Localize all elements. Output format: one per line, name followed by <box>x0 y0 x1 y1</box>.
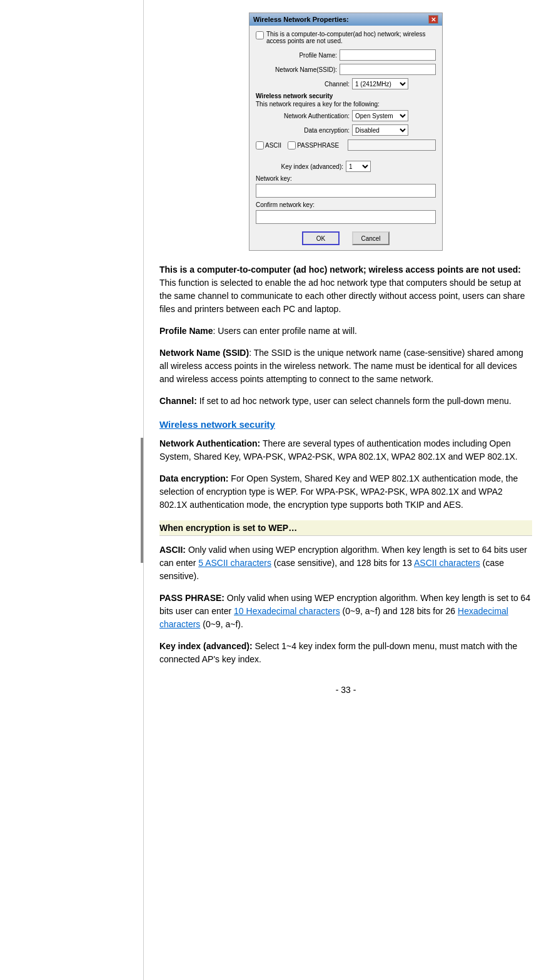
network-name-input[interactable] <box>340 64 436 75</box>
ascii-passphrase-group: ASCII PASSPHRASE <box>256 139 436 151</box>
cancel-button[interactable]: Cancel <box>352 231 390 245</box>
passphrase-label: PASSPHRASE <box>288 141 339 149</box>
ok-button[interactable]: OK <box>302 231 340 245</box>
wireless-security-heading-text: Wireless network security <box>159 419 275 430</box>
data-encryption-bold: Data encryption: <box>159 473 228 483</box>
wep-highlight-box: When encryption is set to WEP… <box>159 520 532 536</box>
profile-name-label: Profile Name: <box>256 52 337 59</box>
key-index-paragraph: Key index (advanced): Select 1~4 key ind… <box>159 640 532 666</box>
adhoc-label: This is a computer-to-computer(ad hoc) n… <box>266 31 436 44</box>
page-number: - 33 - <box>336 685 356 695</box>
channel-label: Channel: <box>256 81 350 88</box>
ascii-label: ASCII <box>256 141 281 149</box>
wep-highlight-text: When encryption is set to WEP… <box>159 523 297 533</box>
adhoc-bold-term: This is a computer-to-computer (ad hoc) … <box>159 265 521 275</box>
passphrase-paragraph: PASS PHRASE: Only valid when using WEP e… <box>159 592 532 631</box>
dialog-titlebar: Wireless Network Properties: ✕ <box>249 13 442 26</box>
network-name-label: Network Name(SSID): <box>256 66 337 73</box>
ascii-rest2: (case sensitive), and 128 bits for 13 <box>271 558 414 568</box>
data-encryption-paragraph: Data encryption: For Open System, Shared… <box>159 472 532 512</box>
key-index-label: Key index (advanced): <box>256 163 343 170</box>
left-border-mark <box>141 438 143 563</box>
channel-row: Channel: 1 (2412MHz) <box>256 78 436 89</box>
confirm-key-input[interactable] <box>256 210 436 224</box>
key-index-row: Key index (advanced): 1 <box>256 161 436 172</box>
left-sidebar <box>0 0 144 980</box>
profile-rest: : Users can enter profile name at will. <box>213 326 357 336</box>
passphrase-input[interactable] <box>348 139 436 151</box>
network-name-row: Network Name(SSID): <box>256 64 436 75</box>
network-requires-label: This network requires a key for the foll… <box>256 101 436 108</box>
passphrase-checkbox[interactable] <box>288 141 296 149</box>
channel-select[interactable]: 1 (2412MHz) <box>352 78 408 89</box>
wireless-security-label: Wireless network security <box>256 93 436 99</box>
confirm-key-label: Confirm network key: <box>256 201 436 208</box>
ascii-paragraph: ASCII: Only valid when using WEP encrypt… <box>159 543 532 583</box>
data-encryption-select[interactable]: Disabled <box>352 124 408 136</box>
adhoc-rest: This function is selected to enable the … <box>159 278 525 314</box>
profile-name-input[interactable] <box>340 49 436 61</box>
profile-bold-term: Profile Name <box>159 326 213 336</box>
data-encryption-label: Data encryption: <box>256 127 350 134</box>
network-auth-label: Network Authentication: <box>256 113 350 119</box>
dialog-title: Wireless Network Properties: <box>253 16 349 23</box>
text-content: This is a computer-to-computer (ad hoc) … <box>156 263 535 666</box>
key-index-select[interactable]: 1 <box>346 161 371 172</box>
adhoc-paragraph: This is a computer-to-computer (ad hoc) … <box>159 263 532 316</box>
page-footer: - 33 - <box>156 685 535 695</box>
channel-paragraph: Channel: If set to ad hoc network type, … <box>159 395 532 408</box>
network-name-bold-term: Network Name (SSID) <box>159 348 249 358</box>
ascii-checkbox[interactable] <box>256 141 264 149</box>
channel-bold-term: Channel: <box>159 396 197 406</box>
ascii-bold: ASCII: <box>159 545 186 555</box>
passphrase-bold: PASS PHRASE: <box>159 593 224 603</box>
ascii-link1[interactable]: 5 ASCII characters <box>198 558 271 568</box>
key-index-bold: Key index (advanced): <box>159 641 253 651</box>
dialog-screenshot: Wireless Network Properties: ✕ This is a… <box>249 13 443 251</box>
network-key-input[interactable] <box>256 184 436 198</box>
ascii-link2[interactable]: ASCII characters <box>414 558 480 568</box>
network-key-label: Network key: <box>256 175 436 182</box>
passphrase-link1[interactable]: 10 Hexadecimal characters <box>234 606 340 616</box>
passphrase-rest2: (0~9, a~f) and 128 bits for 26 <box>340 606 458 616</box>
dialog-close-button[interactable]: ✕ <box>428 15 438 24</box>
profile-paragraph: Profile Name: Users can enter profile na… <box>159 325 532 338</box>
data-encryption-row: Data encryption: Disabled <box>256 124 436 136</box>
network-name-paragraph: Network Name (SSID): The SSID is the uni… <box>159 346 532 386</box>
network-auth-row: Network Authentication: Open System <box>256 110 436 121</box>
passphrase-rest3: (0~9, a~f). <box>200 619 243 629</box>
adhoc-checkbox-row: This is a computer-to-computer(ad hoc) n… <box>256 31 436 44</box>
channel-rest: If set to ad hoc network type, user can … <box>197 396 511 406</box>
network-auth-select[interactable]: Open System <box>352 110 408 121</box>
adhoc-checkbox[interactable] <box>256 31 264 39</box>
page-container: Wireless Network Properties: ✕ This is a… <box>0 0 554 980</box>
profile-name-row: Profile Name: <box>256 49 436 61</box>
network-auth-bold: Network Authentication: <box>159 438 260 448</box>
dialog-body: This is a computer-to-computer(ad hoc) n… <box>249 26 442 250</box>
main-content: Wireless Network Properties: ✕ This is a… <box>144 0 554 980</box>
network-auth-paragraph: Network Authentication: There are severa… <box>159 437 532 463</box>
dialog-button-row: OK Cancel <box>256 231 436 245</box>
wireless-security-heading: Wireless network security <box>159 417 532 437</box>
